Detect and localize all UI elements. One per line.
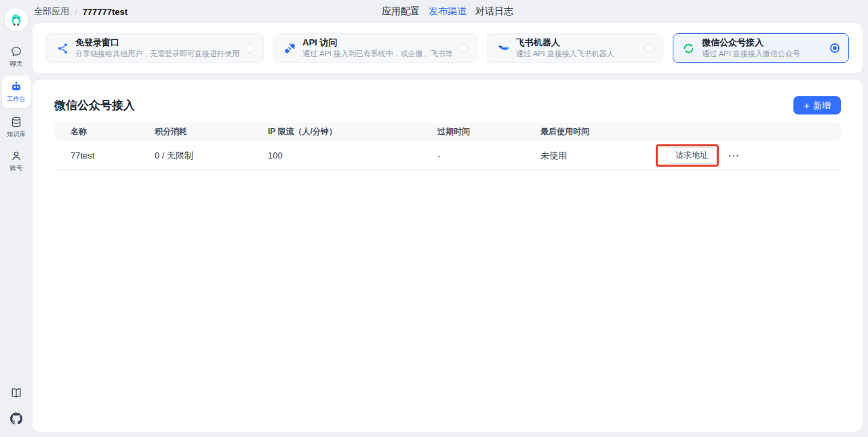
github-icon[interactable] — [10, 413, 22, 425]
sidebar-item-label: 工作台 — [7, 95, 26, 104]
wechat-official-icon — [682, 42, 696, 55]
app-avatar[interactable] — [5, 8, 28, 31]
radio-unchecked-icon[interactable] — [644, 43, 654, 53]
cell-ip-limit: 100 — [252, 150, 421, 161]
tab-app-config[interactable]: 应用配置 — [382, 5, 420, 18]
card-feishu-bot[interactable]: 飞书机器人 通过 API 直接接入飞书机器人 — [487, 33, 663, 63]
chat-icon — [10, 45, 22, 58]
col-header-points: 积分消耗 — [138, 126, 252, 138]
add-button[interactable]: + 新增 — [793, 96, 841, 115]
table-header-row: 名称 积分消耗 IP 限流（人/分钟） 过期时间 最后使用时间 — [54, 123, 841, 141]
sidebar-item-chat[interactable]: 聊天 — [2, 42, 31, 71]
sidebar-item-label: 聊天 — [10, 60, 22, 68]
topbar: 全部应用 / 777777test 应用配置 发布渠道 对话日志 — [33, 0, 863, 23]
radio-unchecked-icon[interactable] — [458, 43, 468, 53]
breadcrumb: 全部应用 / 777777test — [33, 5, 127, 18]
plus-icon: + — [804, 100, 810, 110]
col-header-ip-limit: IP 限流（人/分钟） — [252, 126, 421, 138]
tab-chat-logs[interactable]: 对话日志 — [475, 5, 513, 18]
sidebar: 聊天 工作台 知识库 — [0, 0, 33, 437]
share-icon — [56, 42, 69, 55]
cell-name: 77test — [54, 150, 138, 161]
channel-cards-panel: 免登录窗口 分享链接给其他用户，无需登录即可直接进行使用 API 访问 通过 A… — [33, 23, 863, 73]
docs-book-icon[interactable] — [10, 387, 22, 399]
col-header-last-used: 最后使用时间 — [524, 126, 648, 138]
card-desc: 分享链接给其他用户，无需登录即可直接进行使用 — [75, 49, 239, 59]
feishu-icon — [496, 42, 510, 55]
breadcrumb-all-apps[interactable]: 全部应用 — [34, 5, 69, 18]
cell-points: 0 / 无限制 — [138, 150, 252, 162]
sidebar-item-account[interactable]: 账号 — [2, 146, 31, 175]
api-plug-icon — [283, 42, 296, 55]
card-desc: 通过 API 直接接入微信公众号 — [702, 49, 825, 59]
tab-publish-channel[interactable]: 发布渠道 — [429, 5, 467, 18]
sidebar-item-label: 知识库 — [7, 130, 26, 139]
radio-checked-icon[interactable] — [830, 43, 840, 53]
add-button-label: 新增 — [813, 100, 831, 112]
cell-expire: - — [421, 150, 524, 161]
channels-table: 名称 积分消耗 IP 限流（人/分钟） 过期时间 最后使用时间 77test 0… — [54, 123, 841, 171]
card-title: 微信公众号接入 — [702, 37, 825, 47]
sidebar-nav: 聊天 工作台 知识库 — [2, 42, 31, 180]
table-row: 77test 0 / 无限制 100 - 未使用 请求地址 ··· — [54, 141, 841, 171]
card-desc: 通过 API 直接接入飞书机器人 — [516, 49, 639, 59]
sidebar-item-knowledge-base[interactable]: 知识库 — [2, 112, 31, 142]
card-desc: 通过 API 接入到已有系统中，或企微、飞书等 — [302, 49, 453, 59]
card-title: 飞书机器人 — [516, 37, 639, 47]
wechat-section-panel: 微信公众号接入 + 新增 名称 积分消耗 IP 限流（人/分钟） 过期时间 最后… — [33, 80, 863, 432]
top-tabs: 应用配置 发布渠道 对话日志 — [382, 5, 513, 18]
sidebar-bottom — [10, 387, 22, 425]
card-no-login-window[interactable]: 免登录窗口 分享链接给其他用户，无需登录即可直接进行使用 — [46, 33, 264, 63]
request-url-button[interactable]: 请求地址 — [667, 147, 717, 164]
breadcrumb-current-app: 777777test — [83, 7, 128, 17]
radio-unchecked-icon[interactable] — [245, 43, 254, 53]
section-title: 微信公众号接入 — [54, 98, 135, 113]
main-area: 全部应用 / 777777test 应用配置 发布渠道 对话日志 免登录窗口 分… — [33, 0, 868, 432]
sidebar-item-workbench[interactable]: 工作台 — [2, 76, 31, 108]
card-title: 免登录窗口 — [75, 37, 239, 47]
account-icon — [10, 150, 22, 162]
col-header-expire: 过期时间 — [421, 126, 524, 138]
more-menu-icon[interactable]: ··· — [728, 151, 740, 161]
card-api-access[interactable]: API 访问 通过 API 接入到已有系统中，或企微、飞书等 — [273, 33, 477, 63]
workbench-robot-icon — [10, 81, 22, 93]
cell-last-used: 未使用 — [524, 150, 648, 162]
card-title: API 访问 — [302, 37, 453, 47]
app-logo-robot-icon — [9, 12, 24, 27]
col-header-name: 名称 — [54, 126, 138, 138]
sidebar-item-label: 账号 — [10, 164, 22, 173]
breadcrumb-separator: / — [75, 7, 77, 17]
card-wechat-official-account[interactable]: 微信公众号接入 通过 API 直接接入微信公众号 — [673, 33, 849, 63]
knowledge-base-icon — [10, 116, 22, 128]
